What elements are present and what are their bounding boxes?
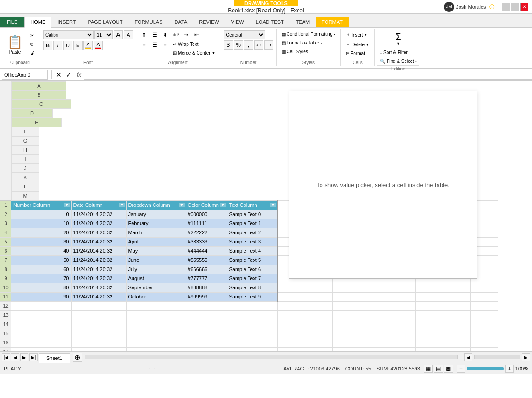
comma-button[interactable]: , [244,40,253,50]
close-button[interactable]: ✕ [520,3,528,11]
col-header-H[interactable]: H [11,145,39,155]
cell-I11[interactable] [360,292,388,301]
cell-12-7[interactable] [332,301,360,310]
page-break-view-button[interactable]: ▩ [444,365,453,373]
font-increase-button[interactable]: A [114,30,123,39]
cell-C6[interactable]: May [126,246,186,255]
cell-C2[interactable]: January [126,210,186,219]
cell-17-10[interactable] [415,347,443,351]
cell-G10[interactable] [305,283,332,292]
confirm-formula-button[interactable]: ✓ [64,70,74,80]
cell-C3[interactable]: February [126,219,186,228]
cell-J10[interactable] [388,283,415,292]
scroll-right-button[interactable]: ▶ [522,353,530,361]
minimize-button[interactable]: — [502,3,510,11]
border-button[interactable]: ⊞ [73,41,83,50]
cell-B9[interactable]: 11/24/2014 20:32 [71,274,126,283]
filter-dropdown-col-button[interactable]: ▼ [179,203,185,207]
sheet-tab-scrollbar[interactable] [85,355,458,359]
cell-F10[interactable] [277,283,305,292]
tab-team[interactable]: TEAM [290,17,316,27]
horizontal-scrollbar[interactable] [474,355,520,359]
tab-review[interactable]: REVIEW [193,17,225,27]
cell-13-9[interactable] [388,310,415,320]
tab-home[interactable]: HOME [24,17,51,28]
cell-16-0[interactable] [11,338,72,347]
cell-17-9[interactable] [388,347,415,351]
cell-M11[interactable] [470,292,498,301]
cell-17-4[interactable] [227,347,277,351]
cell-C9[interactable]: August [126,274,186,283]
tab-load-test[interactable]: LOAD TEST [250,17,290,27]
col-header-M[interactable]: M [11,191,39,200]
align-middle-button[interactable]: ☰ [150,30,160,39]
align-left-button[interactable]: ≡ [139,40,149,50]
cell-16-7[interactable] [332,338,360,347]
cell-12-0[interactable] [11,301,72,310]
cell-15-2[interactable] [126,329,186,338]
cell-12-9[interactable] [388,301,415,310]
cell-15-5[interactable] [277,329,305,338]
cell-D11[interactable]: #999999 [186,292,227,301]
sheet-nav-next-button[interactable]: ▶ [20,353,28,361]
cell-E5[interactable]: Sample Text 3 [227,237,277,246]
format-painter-button[interactable]: 🖌 [28,50,37,57]
cell-13-1[interactable] [71,310,126,320]
cell-16-2[interactable] [126,338,186,347]
cell-12-2[interactable] [126,301,186,310]
zoom-out-button[interactable]: − [457,365,465,373]
align-right-button[interactable]: ≡ [160,40,170,50]
cell-I10[interactable] [360,283,388,292]
font-name-select[interactable]: Calibri [43,30,94,39]
cell-12-11[interactable] [443,301,470,310]
cell-L10[interactable] [443,283,470,292]
cell-H11[interactable] [332,292,360,301]
cell-C11[interactable]: October [126,292,186,301]
cell-16-4[interactable] [227,338,277,347]
cell-17-11[interactable] [443,347,470,351]
cell-14-0[interactable] [11,320,72,329]
cell-A6[interactable]: 40 [11,246,72,255]
cell-14-10[interactable] [415,320,443,329]
cell-14-1[interactable] [71,320,126,329]
tab-view[interactable]: VIEW [225,17,250,27]
cell-D4[interactable]: #222222 [186,228,227,237]
cell-B4[interactable]: 11/24/2014 20:32 [71,228,126,237]
tab-insert[interactable]: INSERT [51,17,82,27]
cell-16-9[interactable] [388,338,415,347]
cell-J11[interactable] [388,292,415,301]
cell-D3[interactable]: #111111 [186,219,227,228]
cell-B5[interactable]: 11/24/2014 20:32 [71,237,126,246]
cell-17-7[interactable] [332,347,360,351]
italic-button[interactable]: I [53,41,62,50]
cancel-formula-button[interactable]: ✕ [54,70,64,80]
insert-function-button[interactable]: fx [74,70,84,80]
cell-C7[interactable]: June [126,255,186,265]
wrap-text-button[interactable]: ↵ Wrap Text [171,40,218,48]
orient-button[interactable]: ab↗ [171,30,181,39]
increase-decimal-button[interactable]: .0→ [254,40,263,50]
cell-17-8[interactable] [360,347,388,351]
tab-data[interactable]: DATA [169,17,194,27]
tab-page-layout[interactable]: PAGE LAYOUT [82,17,128,27]
col-header-D[interactable]: D [11,109,53,118]
insert-button[interactable]: ＋ Insert ▼ [344,30,371,39]
cell-12-10[interactable] [415,301,443,310]
cell-H10[interactable] [332,283,360,292]
cell-17-6[interactable] [305,347,332,351]
cell-E4[interactable]: Sample Text 2 [227,228,277,237]
cell-14-2[interactable] [126,320,186,329]
cell-16-12[interactable] [470,338,498,347]
cell-13-0[interactable] [11,310,72,320]
cell-D7[interactable]: #555555 [186,255,227,265]
cell-K11[interactable] [415,292,443,301]
cell-14-8[interactable] [360,320,388,329]
align-top-button[interactable]: ⬆ [139,30,149,39]
paste-button[interactable]: 📋 Paste [3,32,27,57]
cell-B6[interactable]: 11/24/2014 20:32 [71,246,126,255]
cell-A5[interactable]: 30 [11,237,72,246]
align-bottom-button[interactable]: ⬇ [160,30,170,39]
format-button[interactable]: ⊟ Format - [344,50,371,57]
add-sheet-button[interactable]: ⊕ [73,353,82,362]
cell-13-2[interactable] [126,310,186,320]
